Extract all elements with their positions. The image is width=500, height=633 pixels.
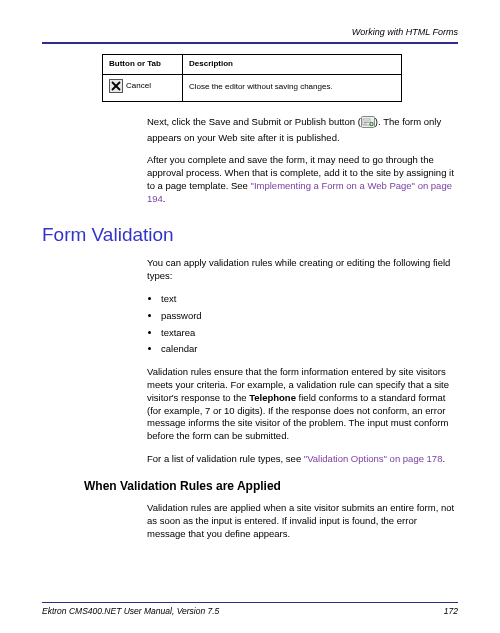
button-description-table: Button or Tab Description Cancel Close t…: [102, 54, 402, 102]
page-footer: Ektron CMS400.NET User Manual, Version 7…: [42, 602, 458, 617]
cancel-icon: [109, 79, 123, 93]
cancel-cell: Cancel: [103, 74, 183, 101]
table-header-description: Description: [183, 55, 402, 75]
telephone-bold: Telephone: [249, 392, 296, 403]
header-rule: [42, 42, 458, 44]
paragraph-publish: Next, click the Save and Submit or Publi…: [147, 116, 458, 145]
paragraph-approval: After you complete and save the form, it…: [147, 154, 458, 205]
table-row: Cancel Close the editor without saving c…: [103, 74, 402, 101]
list-item: calendar: [161, 343, 458, 356]
paragraph-validation-desc: Validation rules ensure that the form in…: [147, 366, 458, 443]
paragraph-when-applied: Validation rules are applied when a site…: [147, 502, 458, 540]
running-header: Working with HTML Forms: [42, 26, 458, 38]
cancel-description: Close the editor without saving changes.: [183, 74, 402, 101]
cancel-label: Cancel: [126, 81, 151, 92]
table-header-row: Button or Tab Description: [103, 55, 402, 75]
footer-manual-title: Ektron CMS400.NET User Manual, Version 7…: [42, 606, 219, 617]
table-header-button: Button or Tab: [103, 55, 183, 75]
paragraph-validation-xref: For a list of validation rule types, see…: [147, 453, 458, 466]
list-item: password: [161, 310, 458, 323]
xref-validation-options[interactable]: "Validation Options" on page 178: [304, 453, 443, 464]
list-item: text: [161, 293, 458, 306]
field-types-list: text password textarea calendar: [161, 293, 458, 356]
section-heading-form-validation: Form Validation: [42, 222, 458, 248]
list-item: textarea: [161, 327, 458, 340]
paragraph-validation-intro: You can apply validation rules while cre…: [147, 257, 458, 283]
footer-page-number: 172: [444, 606, 458, 617]
subheading-when-applied: When Validation Rules are Applied: [84, 478, 458, 494]
publish-icon: [361, 116, 375, 132]
